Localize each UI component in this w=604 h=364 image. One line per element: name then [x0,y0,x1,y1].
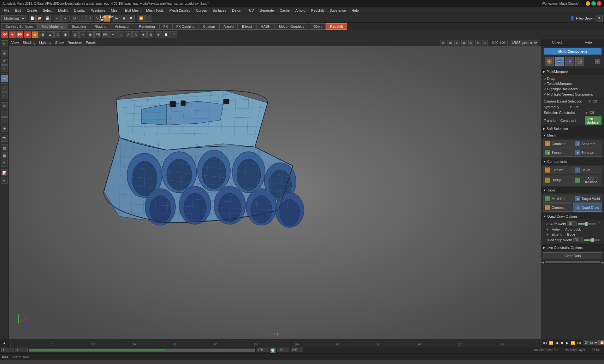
tab-xgen[interactable]: XGen [309,23,326,30]
mc-icon-edge[interactable] [555,57,564,66]
mode-selector[interactable]: Modelling [1,15,26,21]
current-frame-input[interactable] [1,348,14,352]
rotate-button[interactable]: ↺ [86,15,93,22]
quad-strip-width-input[interactable] [573,238,583,242]
bridge-button[interactable]: ⌒ Bridge [543,175,572,185]
poly-icon-4[interactable]: PR [94,31,101,38]
next-frame-button[interactable]: ⏩ [570,340,576,346]
open-file-button[interactable]: 📂 [36,15,43,22]
menu-edit-mesh[interactable]: Edit Mesh [122,8,143,13]
rs-icon-8[interactable]: ⬡ [54,31,61,38]
menu-select[interactable]: Select [40,8,55,13]
poly-icon-12[interactable]: ⊘ [155,31,162,38]
auto-weld-input[interactable] [567,221,577,226]
render-layer-btn[interactable]: ▦ [1,152,8,159]
menu-cache[interactable]: Cache [277,8,292,13]
rs-icon-7[interactable]: ▲ [47,31,54,38]
soft-selection-header[interactable]: ▶ Soft Selection [541,126,604,132]
fps-selector[interactable]: 24 fps [583,340,599,345]
minimize-button[interactable]: ─ [586,1,590,6]
play-button[interactable]: ⏩ [138,15,145,22]
tab-rendering[interactable]: Rendering [135,23,159,30]
mc-icon-vertex[interactable] [545,57,554,66]
rs-icon-5[interactable]: ◆ [32,31,38,38]
menu-mesh-tools[interactable]: Mesh Tools [144,8,166,13]
display-layer-btn[interactable]: ▤ [1,144,8,151]
rs-icon-3[interactable]: IPR [16,31,23,38]
render-button[interactable]: ▶ [113,15,120,22]
vp-icon-6[interactable]: ⊕ [475,40,481,45]
rs-icon-2[interactable]: ◈ [9,31,16,38]
range-slider[interactable] [29,349,255,352]
poly-icon-9[interactable]: ⬡ [132,31,139,38]
rs-icon-6[interactable]: ▦ [39,31,46,38]
pause-button[interactable]: ⏸ [145,15,152,22]
snap-grid-btn[interactable]: ⊞ [1,102,8,109]
play-forward-button[interactable]: ▶ [565,340,569,346]
timeline-ruler[interactable]: 1 10 20 30 40 50 60 70 80 90 100 110 120 [9,339,541,347]
tab-curves-surfaces[interactable]: Curves / Surfaces [1,23,37,30]
poly-icon-8[interactable]: ◎ [125,31,132,38]
tab-bifrost[interactable]: Bifrost [238,23,256,30]
tl-icon-1[interactable]: 🔁 [599,340,604,345]
menu-help[interactable]: Help [349,8,361,13]
vp-icon-4[interactable]: ▦ [461,40,467,45]
camera-btn[interactable]: 📷 [1,135,8,142]
menu-surfaces[interactable]: Surfaces [210,8,229,13]
move-tool-btn[interactable]: ✛ [1,50,8,57]
poly-icon-1[interactable]: ⊡ [72,31,79,38]
poly-icon-10[interactable]: ⊕ [140,31,147,38]
rs-icon-4[interactable]: ◉ [24,31,31,38]
smooth-button[interactable]: ◑ Smooth [543,149,572,157]
panel-tab-object[interactable]: Object [541,39,573,45]
tab-mash[interactable]: MASH [256,23,275,30]
rs-icon-1[interactable]: RV [1,31,8,38]
symmetry-selector[interactable]: Symmetry: Off [104,15,110,22]
tab-animation[interactable]: Animation [111,23,134,30]
range-end-input[interactable] [257,348,269,352]
gamma-selector[interactable]: sRGB gamma [510,40,538,45]
menu-display[interactable]: Display [72,8,88,13]
qsw-thumb[interactable] [591,238,594,242]
save-file-button[interactable]: 💾 [44,15,51,22]
redo-button[interactable]: ↪ [61,15,68,22]
tools-section-header[interactable]: ▼ Tools [541,187,604,193]
viewport-menu-show[interactable]: Show [55,41,64,44]
menu-file[interactable]: File [1,8,12,13]
vp-icon-2[interactable]: ◫ [447,40,453,45]
playback-max-input[interactable] [291,348,303,352]
mc-icon-uv[interactable]: UV [575,57,584,66]
lasso-tool-btn[interactable]: ○ [1,85,8,92]
viewport-menu-shading[interactable]: Shading [23,41,35,44]
viewport-canvas[interactable]: persp X Y Z [9,46,541,339]
menu-deform[interactable]: Deform [229,8,246,13]
menu-mesh[interactable]: Mesh [108,8,122,13]
panel-tab-help[interactable]: Help [573,39,604,45]
viewport-menu-lighting[interactable]: Lighting [39,41,51,44]
snap-curve-btn[interactable]: ⌒ [1,110,8,117]
new-file-button[interactable]: 📄 [29,15,36,22]
go-end-button[interactable]: ⏭ [577,340,582,346]
separate-button[interactable]: ⊖ Separate [573,140,602,148]
timeline-collapse-btn[interactable]: ▲ [0,339,9,347]
paint-tool-btn[interactable]: ✏ [1,75,8,82]
poly-icon-2[interactable]: ∿ [79,31,86,38]
poly-icon-6[interactable]: ≡ [110,31,116,38]
menu-modify[interactable]: Modify [56,8,71,13]
select-button[interactable]: ⬡ [71,15,78,22]
viewport-menu-renderer[interactable]: Renderer [68,41,82,44]
vp-icon-5[interactable]: ⊟ [468,40,474,45]
menu-generate[interactable]: Generate [257,8,276,13]
tab-sculpting[interactable]: Sculpting [68,23,90,30]
vp-icon-7[interactable]: ◎ [482,40,488,45]
target-weld-button[interactable]: ⊞ Target Weld [573,195,602,203]
tab-poly-modeling[interactable]: Poly Modeling [37,23,67,30]
qdo-header[interactable]: ▼ Quad Draw Options [541,213,604,220]
undo-button[interactable]: ↩ [54,15,61,22]
snap-point-btn[interactable]: ◦ [1,117,8,124]
tab-fx[interactable]: FX [159,23,172,30]
rotate-tool-btn[interactable]: ↺ [1,58,8,65]
tab-redshift[interactable]: Redshift [326,23,347,30]
panel-horiz-scroll[interactable]: ◀ ▶ [541,261,604,264]
menu-arnold[interactable]: Arnold [293,8,308,13]
